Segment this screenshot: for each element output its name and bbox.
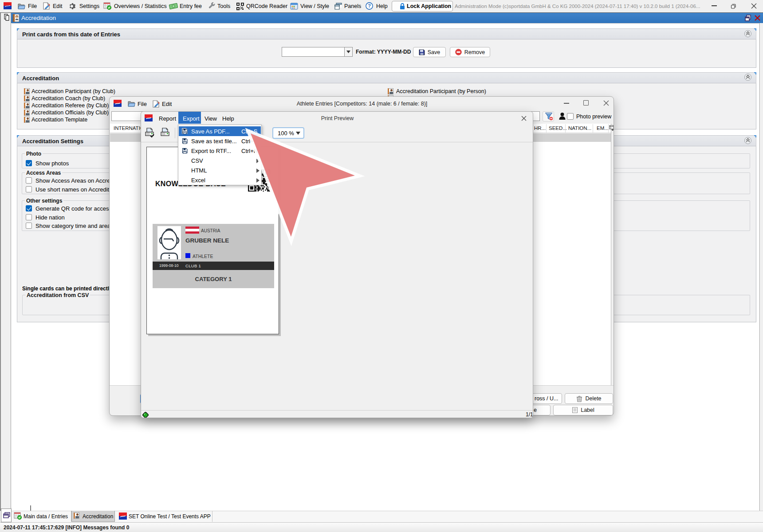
svg-text:?: ? [368,3,371,8]
